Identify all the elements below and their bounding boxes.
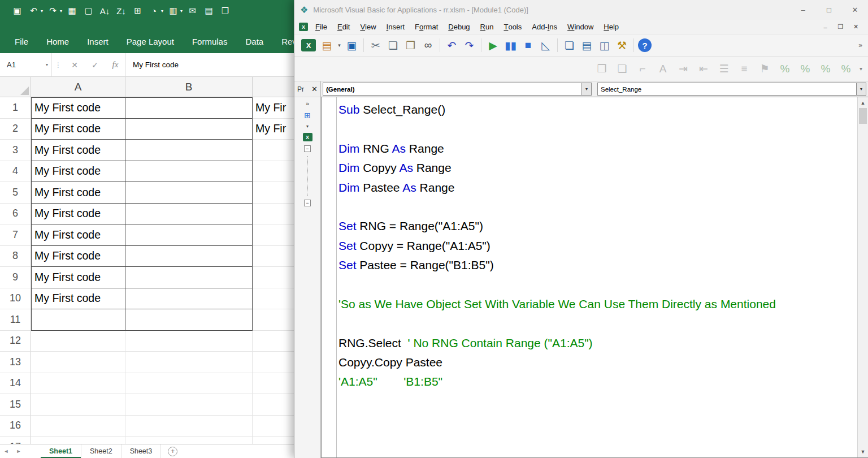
object-dropdown[interactable]: (General) ▾ [323, 83, 592, 96]
cancel-button[interactable]: ✕ [64, 53, 85, 76]
new-document-button[interactable]: ▢ [80, 6, 97, 16]
cell-a13[interactable] [31, 352, 125, 373]
child-restore-button[interactable]: ❐ [833, 21, 848, 33]
cell-c11[interactable] [253, 309, 297, 331]
pie-chart-button[interactable]: ◔▾ [146, 6, 165, 16]
row-header-5[interactable]: 5 [0, 182, 31, 204]
cell-b8[interactable] [125, 246, 253, 267]
cell-b17[interactable] [125, 437, 253, 444]
cell-b15[interactable] [125, 394, 253, 416]
sort-ascending-button[interactable]: A↓ [97, 6, 113, 16]
column-chart-button[interactable]: ▥▾ [165, 6, 184, 16]
dropdown-arrow-icon[interactable]: ▾ [41, 8, 43, 14]
cell-b14[interactable] [125, 373, 253, 395]
add-sheet-button[interactable]: + [168, 447, 177, 456]
row-header-15[interactable]: 15 [0, 394, 31, 416]
menu-debug[interactable]: Debug [443, 20, 475, 34]
cell-a5[interactable]: My First code [31, 182, 125, 204]
cell-b1[interactable] [125, 97, 253, 119]
sheet-nav-right-icon[interactable]: ► [12, 448, 25, 454]
help-icon[interactable]: ? [638, 38, 652, 52]
cell-b16[interactable] [125, 416, 253, 437]
cell-a17[interactable] [31, 437, 125, 444]
menu-help[interactable]: Help [598, 20, 624, 34]
menu-view[interactable]: View [355, 20, 381, 34]
save-icon[interactable]: ▣ [343, 37, 361, 54]
cell-b7[interactable] [125, 224, 253, 246]
row-header-3[interactable]: 3 [0, 140, 31, 161]
minimize-button[interactable]: – [790, 0, 816, 20]
undo-button[interactable]: ↶▾ [25, 6, 45, 16]
cell-a3[interactable]: My First code [31, 140, 125, 161]
project-explorer-icon[interactable]: ❏ [561, 37, 578, 54]
cell-b11[interactable] [125, 309, 253, 331]
row-header-16[interactable]: 16 [0, 416, 31, 437]
cell-a15[interactable] [31, 394, 125, 416]
list-properties-icon[interactable]: ☰ [714, 62, 734, 75]
properties-disabled-icon[interactable]: ❏ [612, 62, 632, 75]
cell-a4[interactable]: My First code [31, 161, 125, 183]
cell-a7[interactable]: My First code [31, 224, 125, 246]
insert-userform-dropdown-icon[interactable]: ▾ [336, 42, 343, 48]
code-line-5[interactable]: Dim Pastee As Range [338, 178, 853, 197]
toolbox-icon[interactable]: ⊞ [304, 111, 311, 120]
menu-edit[interactable]: Edit [332, 20, 355, 34]
mail-button[interactable]: ✉ [184, 6, 201, 16]
cell-a11[interactable] [31, 309, 125, 331]
code-line-7[interactable]: Set RNG = Range("A1:A5") [338, 217, 853, 236]
vertical-scrollbar[interactable]: ▲ ▼ [857, 97, 868, 457]
window-button[interactable]: ❒ [217, 6, 233, 16]
code-line-11[interactable]: 'So as We Have Object Set With Variable … [338, 295, 853, 314]
dropdown-arrow-icon[interactable]: ▾ [60, 8, 62, 14]
view-microsoft-excel-icon[interactable]: X [301, 39, 316, 51]
edit-toolbar-overflow-icon[interactable]: ▾ [860, 66, 862, 72]
row-header-9[interactable]: 9 [0, 267, 31, 288]
menu-add-ins[interactable]: Add-Ins [527, 20, 562, 34]
copy-icon[interactable]: ❏ [384, 37, 402, 54]
save-button[interactable]: ▣ [9, 6, 25, 16]
quick-info-icon[interactable]: ⌐ [632, 63, 653, 75]
procedure-dropdown[interactable]: Select_Range ▾ [597, 83, 866, 96]
code-line-8[interactable]: Set Copyy = Range("A1:A5") [338, 236, 853, 256]
code-line-12[interactable] [338, 314, 853, 333]
row-header-14[interactable]: 14 [0, 373, 31, 395]
code-line-15[interactable]: 'A1:A5" 'B1:B5" [338, 372, 853, 391]
cell-c5[interactable] [253, 182, 297, 204]
insert-userform-icon[interactable]: ▤ [318, 37, 336, 54]
formula-input[interactable]: My First code [125, 53, 297, 76]
borders-button[interactable]: ▤ [201, 6, 217, 16]
indent-icon[interactable]: ⇥ [673, 62, 693, 75]
cell-c3[interactable] [253, 140, 297, 161]
cell-a10[interactable]: My First code [31, 288, 125, 310]
cell-b13[interactable] [125, 352, 253, 373]
design-mode-icon[interactable]: ◺ [537, 37, 554, 54]
cell-c15[interactable] [253, 394, 297, 416]
code-editor[interactable]: Sub Select_Range() Dim RNG As RangeDim C… [321, 97, 868, 458]
code-line-10[interactable] [338, 275, 853, 295]
list-constants-icon[interactable]: ≡ [734, 63, 754, 75]
cell-c2[interactable]: My Fir [253, 119, 297, 140]
menu-window[interactable]: Window [562, 20, 598, 34]
ribbon-tab-page-layout[interactable]: Page Layout [118, 31, 183, 53]
code-line-9[interactable]: Set Pastee = Range("B1:B5") [338, 256, 853, 275]
code-line-13[interactable]: RNG.Select ' No RNG Contain Range ("A1:A… [338, 334, 853, 353]
cell-a6[interactable]: My First code [31, 204, 125, 225]
cell-b6[interactable] [125, 204, 253, 225]
dropdown-arrow-icon[interactable]: ▾ [180, 8, 183, 14]
menu-tools[interactable]: Tools [498, 20, 527, 34]
sheet-tab-sheet1[interactable]: Sheet1 [41, 444, 81, 458]
scroll-thumb[interactable] [859, 108, 867, 124]
ribbon-tab-file[interactable]: File [6, 31, 37, 53]
menu-insert[interactable]: Insert [381, 20, 410, 34]
row-header-7[interactable]: 7 [0, 224, 31, 246]
run-macro-icon[interactable]: ▶ [484, 37, 502, 54]
ribbon-tab-data[interactable]: Data [236, 31, 272, 53]
row-header-11[interactable]: 11 [0, 309, 31, 331]
close-button[interactable]: ✕ [842, 0, 868, 20]
cell-c9[interactable] [253, 267, 297, 288]
outdent-icon[interactable]: ⇤ [693, 62, 714, 75]
select-all-button[interactable] [0, 77, 31, 97]
cell-b3[interactable] [125, 140, 253, 161]
sheet-nav-left-icon[interactable]: ◄ [0, 448, 12, 454]
procedure-dropdown-arrow-icon[interactable]: ▾ [856, 83, 866, 95]
